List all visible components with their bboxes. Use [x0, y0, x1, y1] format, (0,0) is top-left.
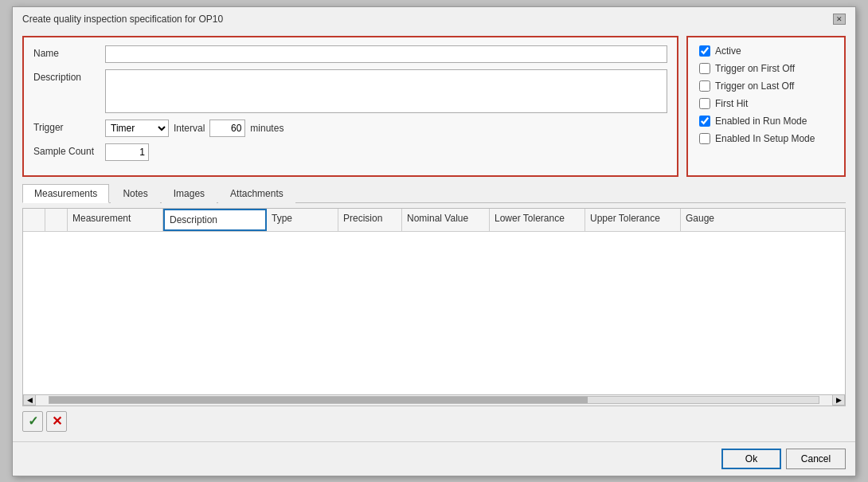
tab-attachments[interactable]: Attachments	[218, 184, 295, 203]
minutes-label: minutes	[250, 123, 283, 134]
measurements-table: Measurement Description Type Precision N…	[22, 208, 846, 406]
enabled-setup-mode-label: Enabled In Setup Mode	[715, 133, 815, 144]
col-upper: Upper Tolerance	[585, 209, 681, 231]
tab-measurements[interactable]: Measurements	[22, 184, 109, 203]
name-label: Name	[33, 45, 105, 59]
col-checkbox	[45, 209, 68, 231]
trigger-first-off-label: Trigger on First Off	[715, 63, 795, 74]
cancel-button[interactable]: Cancel	[786, 449, 846, 469]
trigger-last-off-checkbox[interactable]	[699, 80, 710, 92]
sample-count-row: Sample Count	[33, 143, 667, 161]
first-hit-label: First Hit	[715, 98, 748, 109]
check-icon: ✓	[28, 413, 38, 429]
close-button[interactable]: ✕	[833, 14, 846, 25]
enabled-run-mode-checkbox[interactable]	[699, 116, 710, 127]
interval-input[interactable]	[209, 120, 245, 137]
sample-count-input[interactable]	[105, 143, 149, 161]
checkbox-active: Active	[699, 45, 833, 57]
checkbox-trigger-first-off: Trigger on First Off	[699, 63, 833, 74]
description-input[interactable]	[105, 69, 667, 113]
enabled-setup-mode-checkbox[interactable]	[699, 133, 710, 144]
col-gauge: Gauge	[681, 209, 845, 231]
checkbox-enabled-setup-mode: Enabled In Setup Mode	[699, 133, 833, 144]
trigger-first-off-checkbox[interactable]	[699, 63, 710, 74]
tabs-bar: Measurements Notes Images Attachments	[22, 183, 846, 203]
trigger-last-off-label: Trigger on Last Off	[715, 80, 794, 92]
cancel-action-button[interactable]: ✕	[46, 411, 67, 432]
scrollbar-thumb[interactable]	[49, 397, 588, 403]
dialog-title: Create quality inspection specification …	[22, 14, 223, 25]
tab-notes[interactable]: Notes	[111, 184, 159, 203]
col-nominal: Nominal Value	[402, 209, 490, 231]
trigger-row: Trigger Timer Manual Event Interval minu…	[33, 120, 667, 137]
col-lower: Lower Tolerance	[490, 209, 585, 231]
trigger-select[interactable]: Timer Manual Event	[105, 120, 169, 137]
scroll-right-arrow[interactable]: ▶	[832, 394, 845, 406]
col-type: Type	[267, 209, 338, 231]
col-description: Description	[163, 209, 267, 231]
confirm-button[interactable]: ✓	[22, 411, 43, 432]
active-checkbox[interactable]	[699, 45, 710, 57]
interval-label: Interval	[174, 123, 205, 134]
top-section: Name Description Trigger Timer Manual Ev…	[22, 36, 846, 177]
checkbox-panel: Active Trigger on First Off Trigger on L…	[686, 36, 846, 177]
form-panel: Name Description Trigger Timer Manual Ev…	[22, 36, 678, 177]
checkbox-first-hit: First Hit	[699, 98, 833, 109]
action-row: ✓ ✕	[22, 406, 846, 435]
col-num	[23, 209, 45, 231]
main-content: Name Description Trigger Timer Manual Ev…	[13, 29, 855, 441]
checkbox-trigger-last-off: Trigger on Last Off	[699, 80, 833, 92]
x-icon: ✕	[52, 413, 62, 429]
description-label: Description	[33, 69, 105, 83]
name-input[interactable]	[105, 45, 667, 63]
active-label: Active	[715, 45, 741, 57]
tab-images[interactable]: Images	[162, 184, 217, 203]
name-row: Name	[33, 45, 667, 63]
table-header: Measurement Description Type Precision N…	[23, 209, 845, 232]
checkbox-enabled-run-mode: Enabled in Run Mode	[699, 116, 833, 127]
description-row: Description	[33, 69, 667, 113]
col-measurement: Measurement	[68, 209, 163, 231]
first-hit-checkbox[interactable]	[699, 98, 710, 109]
dialog: Create quality inspection specification …	[12, 6, 856, 476]
horizontal-scrollbar[interactable]: ◀ ▶	[23, 394, 845, 406]
enabled-run-mode-label: Enabled in Run Mode	[715, 116, 807, 127]
title-bar: Create quality inspection specification …	[13, 7, 855, 29]
scrollbar-track[interactable]	[49, 396, 819, 404]
tabs-section: Measurements Notes Images Attachments	[22, 183, 846, 203]
sample-count-label: Sample Count	[33, 143, 105, 157]
trigger-label: Trigger	[33, 120, 105, 133]
col-precision: Precision	[338, 209, 402, 231]
trigger-controls: Timer Manual Event Interval minutes	[105, 120, 667, 137]
footer: Ok Cancel	[13, 441, 855, 476]
ok-button[interactable]: Ok	[721, 449, 781, 469]
scroll-left-arrow[interactable]: ◀	[23, 394, 36, 406]
table-body	[23, 232, 845, 394]
